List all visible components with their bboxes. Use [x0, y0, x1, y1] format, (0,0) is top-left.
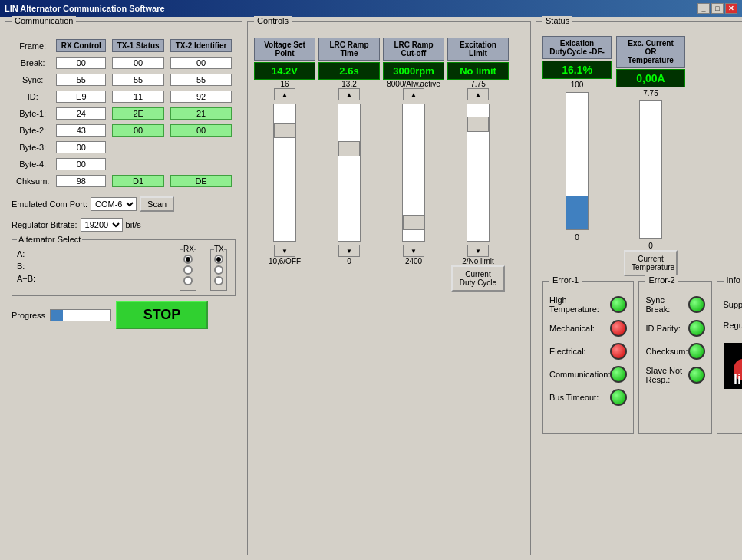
ctrl-max-lrc_ramp_cutoff: 8000/Alw.active [387, 80, 440, 88]
tx-group: TX [210, 249, 227, 291]
stop-button[interactable]: STOP [116, 301, 208, 329]
bitrate-row: Regulator Bitrate: 19200 9600 bit/s [12, 218, 236, 232]
exc-current-min-label: 0 [648, 242, 653, 250]
error2-title: Error-2 [645, 275, 678, 285]
ctrl-up-arrow-excitation[interactable]: ▲ [467, 88, 489, 100]
error-row-0: Sync Break: [645, 295, 704, 314]
error-led-1 [688, 320, 705, 337]
excitation-fill [566, 196, 588, 230]
error-label-4: Bus Timeout: [549, 393, 610, 402]
status-columns: Exication DutyCycle -DF- 16.1% 100 0 Exc… [542, 36, 742, 276]
ctrl-slider-lrc_ramp_time[interactable] [338, 104, 361, 242]
controls-area: Voltage Set Point14.2V16▲▼10,6/OFFLRC Ra… [254, 38, 524, 292]
ctrl-up-arrow-lrc_ramp_cutoff[interactable]: ▲ [403, 88, 424, 100]
current-temperature-button[interactable]: Current Temperature [624, 250, 678, 276]
comm-tx2-value-4: 00 [170, 124, 232, 137]
alt-b-label: B: [17, 262, 40, 271]
progress-row: Progress STOP [12, 301, 236, 329]
minimize-button[interactable]: _ [697, 3, 710, 14]
error1-panel: Error-1 High Temperature:Mechanical:Elec… [542, 281, 634, 434]
com-port-select[interactable]: COM-6 COM-1 COM-2 [91, 197, 137, 211]
ctrl-col-lrc_ramp_cutoff: LRC Ramp Cut-off3000rpm8000/Alw.active▲▼… [383, 38, 444, 292]
rx-radio-a[interactable] [183, 255, 193, 264]
comm-table: Frame: RX Control TX-1 Status TX-2 Ident… [12, 36, 236, 190]
ctrl-thumb-excitation[interactable] [467, 117, 489, 132]
bitrate-label: Regulator Bitrate: [12, 220, 77, 229]
rx-group: RX [180, 249, 196, 291]
ctrl-thumb-lrc_ramp_cutoff[interactable] [403, 215, 424, 230]
ctrl-down-arrow-voltage[interactable]: ▼ [274, 245, 295, 257]
ctrl-up-arrow-lrc_ramp_time[interactable]: ▲ [338, 88, 360, 100]
close-button[interactable]: ✕ [725, 3, 737, 14]
ctrl-value-lrc_ramp_cutoff: 3000rpm [383, 62, 444, 80]
tx-radio-ab[interactable] [214, 276, 223, 285]
frame-col-header: Frame: [13, 38, 52, 54]
current-duty-button[interactable]: CurrentDuty Cycle [451, 265, 505, 292]
ctrl-slider-lrc_ramp_cutoff[interactable] [402, 104, 425, 242]
ctrl-down-arrow-excitation[interactable]: ▼ [467, 245, 489, 257]
error2-panel: Error-2 Sync Break:ID Parity:Checksum:Sl… [638, 281, 711, 434]
rx-radio-ab[interactable] [183, 276, 193, 285]
ctrl-slider-excitation[interactable] [467, 104, 490, 242]
comm-rx-value-5: 00 [56, 141, 106, 153]
main-content: Communication Frame: RX Control TX-1 Sta… [0, 17, 742, 560]
error-label-1: ID Parity: [645, 324, 688, 333]
tx-radio-a[interactable] [214, 255, 223, 264]
tx1-status-header: TX-1 Status [112, 39, 164, 52]
comm-tx2-value-3: 21 [170, 107, 232, 120]
error1-items: High Temperature:Mechanical:Electrical:C… [549, 295, 627, 406]
comm-tx2-value-1: 55 [170, 74, 232, 86]
ctrl-header-lrc_ramp_time: LRC Ramp Time [318, 38, 380, 61]
ctrl-down-arrow-lrc_ramp_cutoff[interactable]: ▼ [403, 245, 424, 257]
bitrate-select[interactable]: 19200 9600 [81, 218, 123, 232]
scan-button[interactable]: Scan [140, 196, 174, 212]
supplier-id-label: Supplier ID: [724, 300, 742, 309]
error2-items: Sync Break:ID Parity:Checksum:Slave Not … [645, 295, 704, 384]
ctrl-thumb-lrc_ramp_time[interactable] [338, 141, 360, 156]
progress-fill [51, 310, 63, 321]
progress-bar [50, 309, 111, 321]
error1-title: Error-1 [549, 275, 582, 285]
ctrl-min-lrc_ramp_cutoff: 2400 [405, 257, 422, 265]
error-led-3 [688, 367, 705, 384]
lin-logo-svg: lin [727, 347, 742, 385]
maximize-button[interactable]: □ [711, 3, 724, 14]
comm-rx-value-0: 00 [56, 57, 106, 69]
excitation-max-label: 100 [571, 81, 584, 89]
ctrl-thumb-voltage[interactable] [274, 123, 295, 138]
excitation-slider [566, 92, 589, 230]
ctrl-up-arrow-voltage[interactable]: ▲ [274, 88, 295, 100]
comm-row-label-6: Byte-4: [13, 156, 52, 172]
exc-current-value: 0,00A [616, 69, 685, 87]
comm-rx-value-4: 43 [56, 124, 106, 137]
error-label-1: Mechanical: [549, 324, 610, 333]
window-controls: _ □ ✕ [697, 3, 737, 14]
comm-row-label-7: Chksum: [13, 173, 52, 189]
error-label-2: Electrical: [549, 347, 610, 356]
tx-radio-b[interactable] [214, 265, 223, 275]
rx-radio-b[interactable] [183, 265, 193, 275]
excitation-duty-col: Exication DutyCycle -DF- 16.1% 100 0 [542, 36, 612, 276]
error-row-2: Checksum: [645, 343, 704, 360]
comm-rx-value-1: 55 [56, 74, 106, 86]
error-led-0 [688, 296, 705, 313]
supplier-id-row: Supplier ID: 1 [724, 297, 742, 311]
error-row-0: High Temperature: [549, 295, 627, 314]
lin-logo: lin [724, 343, 742, 389]
ctrl-value-voltage: 14.2V [254, 62, 315, 80]
error-led-2 [688, 343, 705, 360]
communication-title: Communication [12, 16, 76, 25]
ctrl-down-arrow-lrc_ramp_time[interactable]: ▼ [338, 245, 360, 257]
excitation-duty-value: 16.1% [542, 61, 612, 79]
alt-ab-label: A+B: [17, 274, 40, 283]
error-row-1: Mechanical: [549, 320, 627, 337]
ctrl-slider-voltage[interactable] [273, 104, 296, 242]
ctrl-header-excitation: Excitation Limit [447, 38, 509, 61]
comm-tx1-value-2: 11 [112, 91, 164, 103]
alternator-select-box: Alternator Select A: B: A+B: RX TX [12, 239, 236, 296]
ctrl-min-lrc_ramp_time: 0 [347, 257, 351, 265]
bottom-area: Error-1 High Temperature:Mechanical:Elec… [542, 281, 742, 434]
ctrl-col-lrc_ramp_time: LRC Ramp Time2.6s13.2▲▼0 [318, 38, 380, 292]
alternator-select-label: Alternator Select [17, 235, 82, 244]
svg-text:lin: lin [734, 371, 742, 385]
